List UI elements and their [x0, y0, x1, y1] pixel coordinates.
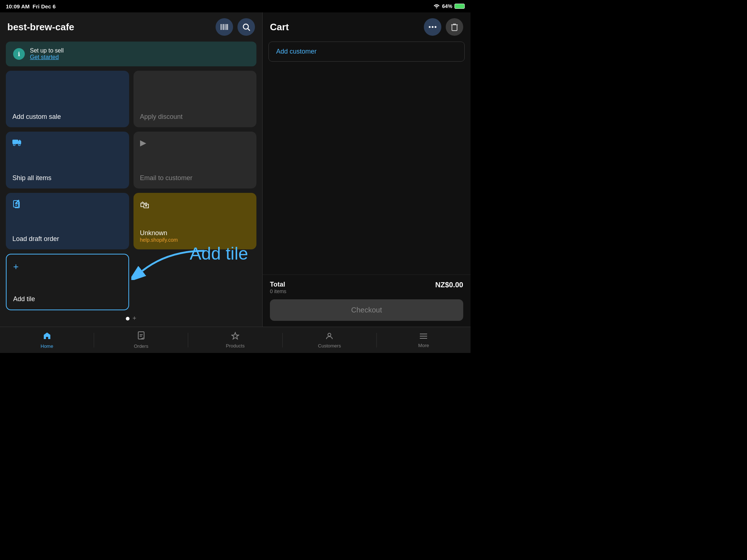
products-icon — [231, 332, 239, 342]
time: 10:09 AM — [6, 3, 30, 9]
unknown-label: Unknown — [140, 229, 178, 237]
svg-marker-10 — [18, 140, 21, 141]
add-tile-label: Add tile — [13, 295, 35, 303]
main-layout: best-brew-cafe — [0, 12, 471, 327]
customers-icon — [325, 332, 333, 342]
orders-label: Orders — [134, 343, 148, 349]
more-label: More — [418, 343, 429, 348]
unknown-sublabel: help.shopify.com — [140, 237, 178, 243]
more-icon — [419, 332, 427, 342]
home-icon — [43, 331, 51, 342]
cart-title: Cart — [270, 22, 289, 33]
svg-rect-4 — [226, 24, 227, 30]
svg-rect-8 — [12, 140, 18, 144]
add-customer-button[interactable]: Add customer — [268, 42, 465, 62]
cart-body — [263, 66, 471, 275]
svg-point-15 — [432, 26, 434, 28]
svg-point-14 — [429, 26, 431, 28]
search-button[interactable] — [237, 18, 255, 36]
store-name: best-brew-cafe — [7, 22, 74, 33]
svg-rect-1 — [222, 24, 222, 30]
tiles-grid: Add custom sale Apply discount — [0, 71, 262, 310]
status-bar: 10:09 AM Fri Dec 6 64% — [0, 0, 471, 12]
add-custom-sale-tile[interactable]: Add custom sale — [6, 71, 129, 127]
svg-point-6 — [243, 24, 248, 29]
ship-all-items-tile[interactable]: Ship all items — [6, 132, 129, 188]
home-label: Home — [40, 343, 53, 349]
apply-discount-tile[interactable]: Apply discount — [133, 71, 257, 127]
add-custom-sale-label: Add custom sale — [12, 113, 61, 121]
svg-rect-5 — [227, 24, 228, 30]
date: Fri Dec 6 — [32, 3, 55, 9]
products-label: Products — [226, 343, 244, 349]
draft-icon — [12, 199, 21, 210]
svg-rect-2 — [223, 24, 224, 30]
battery-icon — [454, 4, 465, 9]
checkout-button[interactable]: Checkout — [270, 299, 463, 321]
email-to-customer-tile[interactable]: ▶ Email to customer — [133, 132, 257, 188]
checkout-label: Checkout — [351, 306, 382, 314]
page-dot-1[interactable] — [126, 317, 129, 320]
cart-total-row: Total 0 items NZ$0.00 — [270, 281, 463, 294]
add-tile-button[interactable]: + Add tile — [6, 254, 129, 310]
nav-customers[interactable]: Customers — [283, 329, 376, 351]
add-page-button[interactable]: + — [132, 315, 136, 322]
svg-rect-9 — [18, 141, 21, 144]
left-panel: best-brew-cafe — [0, 12, 263, 327]
email-to-customer-label: Email to customer — [140, 174, 193, 182]
wifi-icon — [433, 3, 440, 9]
clear-cart-button[interactable] — [446, 18, 463, 36]
nav-orders[interactable]: Orders — [94, 328, 188, 352]
cart-actions — [424, 18, 463, 36]
ship-icon — [12, 138, 22, 148]
setup-title: Set up to sell — [30, 47, 64, 54]
ship-all-items-label: Ship all items — [12, 174, 51, 182]
svg-point-11 — [13, 144, 15, 146]
svg-point-19 — [328, 333, 331, 336]
cart-header: Cart — [263, 12, 471, 42]
cart-footer: Total 0 items NZ$0.00 Checkout — [263, 275, 471, 327]
svg-line-7 — [248, 29, 250, 31]
nav-products[interactable]: Products — [188, 329, 282, 351]
more-options-button[interactable] — [424, 18, 441, 36]
setup-text: Set up to sell Get started — [30, 47, 64, 61]
load-draft-order-label: Load draft order — [12, 235, 59, 243]
unknown-tile[interactable]: 🛍 Unknown help.shopify.com — [133, 193, 257, 249]
pagination: + — [0, 310, 262, 327]
total-amount: NZ$0.00 — [435, 281, 463, 289]
svg-rect-3 — [225, 24, 225, 30]
nav-more[interactable]: More — [377, 329, 471, 351]
add-customer-label: Add customer — [276, 48, 317, 55]
barcode-scanner-button[interactable] — [216, 18, 233, 36]
svg-point-12 — [19, 144, 20, 146]
svg-point-16 — [435, 26, 437, 28]
header-buttons — [216, 18, 255, 36]
bottom-nav: Home Orders Products Customer — [0, 327, 471, 353]
orders-icon — [137, 331, 145, 342]
total-label: Total — [270, 281, 286, 288]
apply-discount-label: Apply discount — [140, 113, 183, 121]
plus-icon: + — [13, 261, 19, 272]
customers-label: Customers — [318, 343, 341, 349]
svg-rect-0 — [221, 24, 221, 30]
info-icon: ℹ — [13, 48, 25, 60]
send-icon: ▶ — [140, 138, 146, 148]
load-draft-order-tile[interactable]: Load draft order — [6, 193, 129, 249]
shopify-icon: 🛍 — [140, 199, 150, 211]
left-header: best-brew-cafe — [0, 12, 262, 42]
items-count: 0 items — [270, 288, 286, 294]
nav-home[interactable]: Home — [0, 328, 94, 352]
setup-banner[interactable]: ℹ Set up to sell Get started — [6, 42, 256, 66]
battery: 64% — [442, 3, 452, 9]
right-panel: Cart Add cu — [263, 12, 471, 327]
get-started-link[interactable]: Get started — [30, 54, 64, 61]
